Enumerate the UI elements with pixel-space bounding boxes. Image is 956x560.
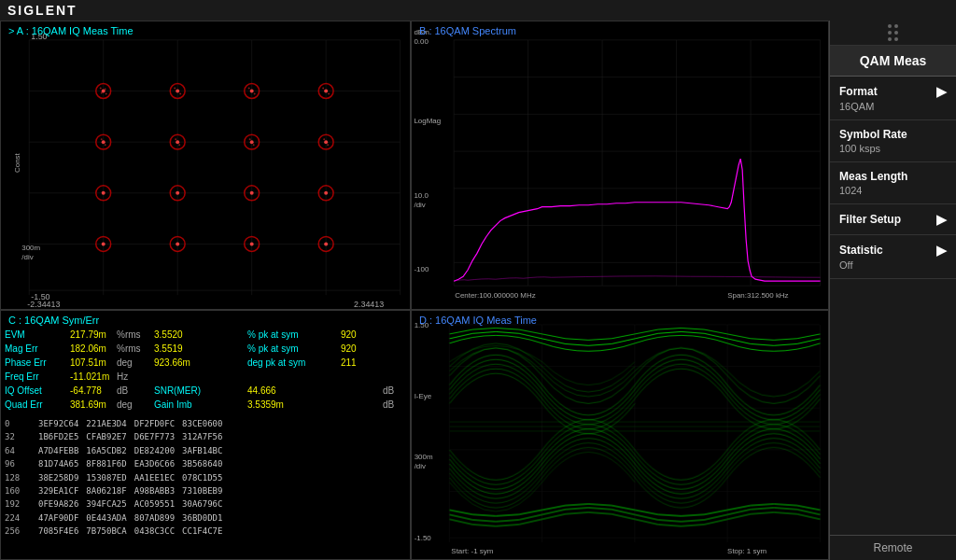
svg-point-30: [250, 90, 254, 93]
iq-dots: [96, 84, 333, 252]
sidebar-item-meas-length[interactable]: Meas Length 1024: [830, 162, 956, 204]
svg-point-39: [101, 138, 103, 140]
hex-row-160: 160 329EA1CF 8A06218F A98BABB3 7310BEB9: [5, 484, 406, 497]
svg-point-64: [176, 242, 179, 245]
hex-row-64: 64 A7D4FEBB 16A5CDB2 DE824200 3AFB14BC: [5, 444, 406, 457]
sidebar-item-statistic[interactable]: Statistic ▶ Off: [830, 235, 956, 279]
svg-point-42: [176, 140, 179, 144]
spectrum-svg: 0.00 dBm LogMag 10.0 /div -100 Center:10…: [412, 21, 828, 309]
svg-point-54: [102, 191, 105, 195]
svg-point-52: [327, 144, 329, 146]
filter-setup-label: Filter Setup: [839, 213, 901, 226]
meas-row-magerr: Mag Err 182.06m %rms 3.5519 % pk at sym …: [5, 342, 406, 356]
svg-point-60: [324, 191, 328, 195]
hex-data-table: 0 3EF92C64 221AE3D4 DF2FD0FC 83CE0600 32…: [1, 415, 410, 540]
svg-point-28: [179, 93, 181, 95]
svg-point-44: [178, 144, 180, 146]
svg-text:300m: 300m: [415, 453, 433, 461]
hex-row-128: 128 38E258D9 153087ED AA1EE1EC 078C1D55: [5, 471, 406, 484]
svg-point-27: [174, 88, 176, 90]
svg-text:I-Eye: I-Eye: [415, 392, 432, 400]
svg-point-23: [101, 92, 103, 94]
svg-point-26: [176, 90, 179, 93]
svg-point-58: [250, 191, 254, 195]
statistic-label: Statistic: [839, 244, 883, 257]
svg-point-36: [328, 93, 330, 95]
svg-point-34: [324, 90, 328, 93]
svg-point-66: [250, 242, 254, 245]
sidebar-item-filter-setup[interactable]: Filter Setup ▶: [830, 204, 956, 235]
topbar: SIGLENT: [0, 0, 956, 21]
format-value: 16QAM: [839, 101, 947, 112]
meas-length-label: Meas Length: [839, 170, 907, 183]
svg-point-56: [176, 191, 179, 195]
svg-point-22: [105, 93, 107, 95]
hex-row-224: 224 47AF90DF 0E443ADA 807AD899 36BD0DD1: [5, 511, 406, 525]
svg-text:/div: /div: [414, 201, 425, 209]
hex-row-256: 256 7085F4E6 7B750BCA 0438C3CC CC1F4C7E: [5, 525, 406, 538]
meas-row-evm: EVM 217.79m %rms 3.5520 % pk at sym 920: [5, 328, 406, 342]
svg-point-32: [254, 93, 256, 95]
symbol-rate-value: 100 ksps: [839, 143, 947, 154]
svg-point-24: [105, 89, 106, 91]
center-freq: Center:100.000000 MHz: [455, 291, 536, 300]
format-arrow: ▶: [936, 84, 947, 99]
svg-text:/div: /div: [415, 462, 426, 470]
svg-text:0.00: 0.00: [414, 37, 429, 46]
panel-b: B : 16QAM Spectrum 0.00 dBm: [411, 21, 829, 310]
symbol-rate-label: Symbol Rate: [839, 128, 907, 141]
svg-point-51: [323, 138, 325, 140]
panel-d: D : 16QAM IQ Meas Time 1.50 I-Eye 300m /…: [411, 310, 829, 560]
svg-text:-100: -100: [414, 265, 429, 273]
panel-a-title: > A : 16QAM IQ Meas Time: [3, 23, 139, 38]
svg-point-47: [249, 138, 251, 140]
iq-constellation-svg: 1.50 Const 300m /div -1.50 -2.34413 2.34…: [1, 21, 410, 309]
svg-text:Const: Const: [13, 152, 21, 173]
svg-point-40: [105, 144, 106, 146]
meas-row-iqoffset: IQ Offset -64.778 dB SNR(MER) 44.666 dB: [5, 384, 406, 398]
meas-row-quaderr: Quad Err 381.69m deg Gain Imb 3.5359m dB: [5, 398, 406, 412]
sidebar-item-symbol-rate[interactable]: Symbol Rate 100 ksps: [830, 120, 956, 162]
meas-row-freqerr: Freq Err -11.021m Hz: [5, 370, 406, 384]
svg-text:-2.34413: -2.34413: [27, 300, 60, 309]
sidebar: QAM Meas Format ▶ 16QAM Symbol Rate 100 …: [829, 21, 956, 560]
svg-text:300m: 300m: [21, 244, 40, 252]
svg-point-62: [102, 242, 105, 245]
svg-point-68: [324, 242, 328, 245]
meas-row-phaseerr: Phase Err 107.51m deg 923.66m deg pk at …: [5, 356, 406, 370]
main-layout: > A : 16QAM IQ Meas Time 1.50 Const 300: [0, 21, 956, 560]
measurements-table: EVM 217.79m %rms 3.5520 % pk at sym 920 …: [1, 328, 410, 412]
svg-text:/div: /div: [21, 253, 33, 261]
panel-a: > A : 16QAM IQ Meas Time 1.50 Const 300: [0, 21, 411, 310]
hex-row-192: 192 0FE9A826 394FCA25 AC059551 30A6796C: [5, 497, 406, 511]
svg-point-50: [324, 140, 328, 144]
svg-text:2.34413: 2.34413: [354, 300, 384, 309]
sidebar-item-format[interactable]: Format ▶ 16QAM: [830, 77, 956, 120]
svg-point-48: [253, 144, 255, 146]
eye-diagram-svg: 1.50 I-Eye 300m /div -1.50: [412, 311, 828, 559]
panels-grid: > A : 16QAM IQ Meas Time 1.50 Const 300: [0, 21, 829, 560]
sidebar-title: QAM Meas: [830, 46, 956, 77]
panel-c: C : 16QAM Sym/Err EVM 217.79m %rms 3.552…: [0, 310, 411, 560]
svg-point-43: [175, 138, 176, 140]
span-freq: Span:312.500 kHz: [727, 291, 788, 300]
svg-text:-1.50: -1.50: [415, 534, 432, 542]
panel-b-title: B : 16QAM Spectrum: [414, 23, 522, 38]
start-sym: Start: -1 sym: [451, 547, 493, 555]
hex-row-96: 96 81D74A65 8F881F6D EA3D6C66 3B568640: [5, 457, 406, 470]
meas-length-value: 1024: [839, 185, 947, 196]
filter-setup-arrow: ▶: [936, 212, 947, 227]
svg-point-21: [100, 88, 102, 90]
hex-row-32: 32 1B6FD2E5 CFAB92E7 D6E7F773 312A7F56: [5, 430, 406, 443]
panel-d-title: D : 16QAM IQ Meas Time: [414, 313, 542, 328]
svg-text:10.0: 10.0: [414, 191, 429, 200]
stop-sym: Stop: 1 sym: [727, 547, 766, 555]
svg-point-38: [102, 140, 105, 144]
svg-text:LogMag: LogMag: [414, 117, 441, 125]
svg-point-31: [248, 88, 250, 90]
format-label: Format: [839, 85, 878, 98]
hex-row-0: 0 3EF92C64 221AE3D4 DF2FD0FC 83CE0600: [5, 417, 406, 430]
remote-label: Remote: [830, 535, 956, 560]
menu-dots: [888, 24, 898, 41]
statistic-arrow: ▶: [936, 243, 947, 258]
